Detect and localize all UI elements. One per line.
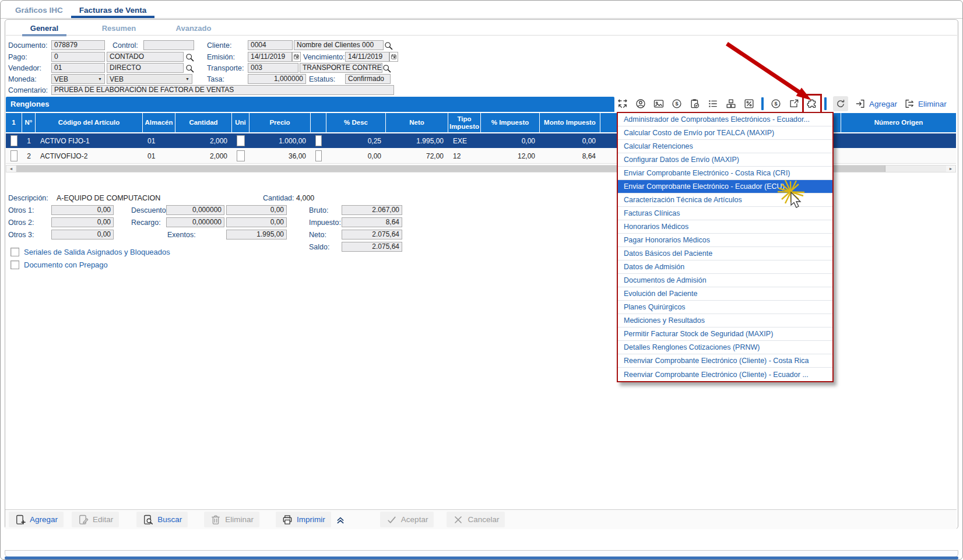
cliente-name-input[interactable]: Nombre del Clientes 000 — [294, 40, 384, 50]
menu-item[interactable]: Mediciones y Resultados — [618, 314, 832, 327]
aceptar-button[interactable]: Aceptar — [380, 512, 434, 527]
vendedor-search-icon[interactable] — [185, 64, 195, 73]
menu-item[interactable]: Permitir Facturar Stock de Seguridad (MA… — [618, 327, 832, 341]
column-header[interactable]: Monto Impuesto — [540, 113, 600, 132]
checklist-icon[interactable] — [689, 98, 701, 110]
emision-calendar-icon[interactable] — [292, 52, 301, 62]
scroll-left-icon[interactable]: ◄ — [6, 165, 16, 172]
vendedor-name-input[interactable]: DIRECTO — [107, 63, 184, 73]
moneda-select-1[interactable]: VEB ▼ — [51, 74, 105, 84]
menu-item[interactable]: Evolución del Paciente — [618, 287, 832, 301]
column-header[interactable]: 1 — [6, 113, 22, 132]
recargo-pct-input[interactable]: 0,000000 — [166, 217, 224, 227]
menu-item[interactable]: Pagar Honorarios Médicos — [618, 234, 832, 247]
menu-item[interactable]: Documentos de Admisión — [618, 274, 832, 287]
menu-item[interactable]: Caracterización Técnica de Artículos — [618, 193, 832, 207]
checkbox[interactable] — [10, 260, 19, 269]
tab-facturas-de-venta[interactable]: Facturas de Venta — [71, 2, 155, 18]
open-window-icon[interactable] — [788, 98, 800, 110]
menu-item[interactable]: Detalles Renglones Cotizaciones (PRNW) — [618, 341, 832, 354]
row-checkbox-cell[interactable] — [6, 133, 22, 148]
column-header[interactable]: Precio — [249, 113, 311, 132]
menu-item[interactable]: Facturas Clínicas — [618, 207, 832, 220]
transporte-name-input[interactable]: TRANSPORTE CONTRERA — [300, 63, 382, 73]
fit-columns-icon[interactable] — [617, 98, 628, 110]
descuento-pct-input[interactable]: 0,000000 — [166, 205, 224, 215]
cliente-search-icon[interactable] — [384, 41, 393, 51]
otros3-input[interactable]: 0,00 — [51, 230, 114, 240]
column-header[interactable]: % Desc — [326, 113, 386, 132]
cancelar-button[interactable]: Cancelar — [447, 512, 505, 527]
documento-input[interactable]: 078879 — [51, 40, 105, 50]
menu-item[interactable]: Administrador de Comprobantes Electrónic… — [618, 113, 832, 126]
column-header[interactable]: Tipo Impuesto — [448, 113, 481, 132]
tab-gráficos-ihc[interactable]: Gráficos IHC — [7, 2, 71, 18]
column-header[interactable]: Número Origen — [841, 113, 956, 132]
subtab-general[interactable]: General — [7, 22, 82, 34]
cliente-code-input[interactable]: 0004 — [248, 40, 293, 50]
agregar-row-button[interactable]: Agregar — [855, 98, 897, 110]
buscar-button[interactable]: Buscar — [136, 512, 188, 527]
otros2-input[interactable]: 0,00 — [51, 217, 114, 227]
editar-button[interactable]: Editar — [72, 512, 119, 527]
row-checkbox[interactable] — [10, 135, 17, 146]
column-header[interactable]: Código del Artículo — [36, 113, 143, 132]
control-input[interactable] — [143, 40, 194, 50]
subtab-resumen[interactable]: Resumen — [82, 22, 156, 34]
row-checkbox[interactable] — [10, 150, 17, 161]
vendedor-code-input[interactable]: 01 — [51, 63, 105, 73]
list-icon[interactable] — [707, 98, 719, 110]
column-header[interactable]: % Impuesto — [481, 113, 540, 132]
pago-name-input[interactable]: CONTADO — [107, 52, 184, 62]
agregar-button[interactable]: Agregar — [9, 512, 64, 527]
column-header[interactable]: Neto — [386, 113, 448, 132]
column-header[interactable]: N° — [22, 113, 36, 132]
menu-item[interactable]: Calcular Costo de Envío por TEALCA (MAXI… — [618, 126, 832, 140]
tasa-input[interactable]: 1,000000 — [248, 74, 306, 84]
currency-icon[interactable]: $ — [770, 98, 782, 110]
emision-input[interactable]: 14/11/2019 — [248, 52, 292, 62]
image-icon[interactable] — [653, 98, 665, 110]
collapse-button[interactable] — [333, 512, 347, 527]
menu-item[interactable]: Configurar Datos de Envío (MAXIP) — [618, 153, 832, 167]
menu-item[interactable]: Datos Básicos del Paciente — [618, 247, 832, 260]
price-icon[interactable]: $ — [671, 98, 683, 110]
row-checkbox-cell[interactable] — [311, 133, 326, 148]
packages-icon[interactable] — [725, 98, 737, 110]
row-checkbox[interactable] — [315, 150, 322, 161]
column-header[interactable]: Uni — [232, 113, 249, 132]
menu-item[interactable]: Honorarios Médicos — [618, 220, 832, 234]
descuento-monto-input[interactable]: 0,00 — [226, 205, 287, 215]
menu-item[interactable]: Datos de Admisión — [618, 260, 832, 274]
puzzle-icon[interactable] — [806, 98, 818, 110]
customer-icon[interactable] — [635, 98, 646, 110]
pago-code-input[interactable]: 0 — [51, 52, 105, 62]
menu-item[interactable]: Reenviar Comprobante Electrónico (Client… — [618, 368, 832, 381]
percent-icon[interactable] — [743, 98, 755, 110]
menu-item[interactable]: Calcular Retenciones — [618, 140, 832, 153]
menu-item[interactable]: Reenviar Comprobante Electrónico (Client… — [618, 354, 832, 368]
eliminar-button[interactable]: Eliminar — [204, 512, 259, 527]
row-checkbox[interactable] — [237, 150, 245, 161]
column-header[interactable]: Almacén — [143, 113, 175, 132]
transporte-search-icon[interactable] — [382, 64, 392, 73]
row-checkbox-cell[interactable] — [232, 149, 249, 163]
subtab-avanzado[interactable]: Avanzado — [156, 22, 231, 34]
transporte-code-input[interactable]: 003 — [248, 63, 298, 73]
moneda-select-2[interactable]: VEB ▼ — [107, 74, 192, 84]
row-checkbox[interactable] — [315, 135, 322, 146]
checkbox[interactable] — [10, 248, 19, 256]
column-header[interactable]: Cantidad — [175, 113, 232, 132]
vencimiento-input[interactable]: 14/11/2019 — [345, 52, 389, 62]
menu-item[interactable]: Enviar Comprobante Electrónico - Ecuador… — [618, 180, 832, 193]
recargo-monto-input[interactable]: 0,00 — [226, 217, 287, 227]
eliminar-row-button[interactable]: Eliminar — [904, 98, 947, 110]
imprimir-button[interactable]: Imprimir — [276, 512, 331, 527]
row-checkbox-cell[interactable] — [6, 149, 22, 163]
otros1-input[interactable]: 0,00 — [51, 205, 114, 215]
menu-item[interactable]: Planes Quirúrgicos — [618, 301, 832, 314]
row-checkbox-cell[interactable] — [311, 149, 326, 163]
column-header[interactable] — [311, 113, 326, 132]
row-checkbox[interactable] — [237, 135, 245, 146]
scroll-right-icon[interactable]: ► — [946, 165, 955, 172]
